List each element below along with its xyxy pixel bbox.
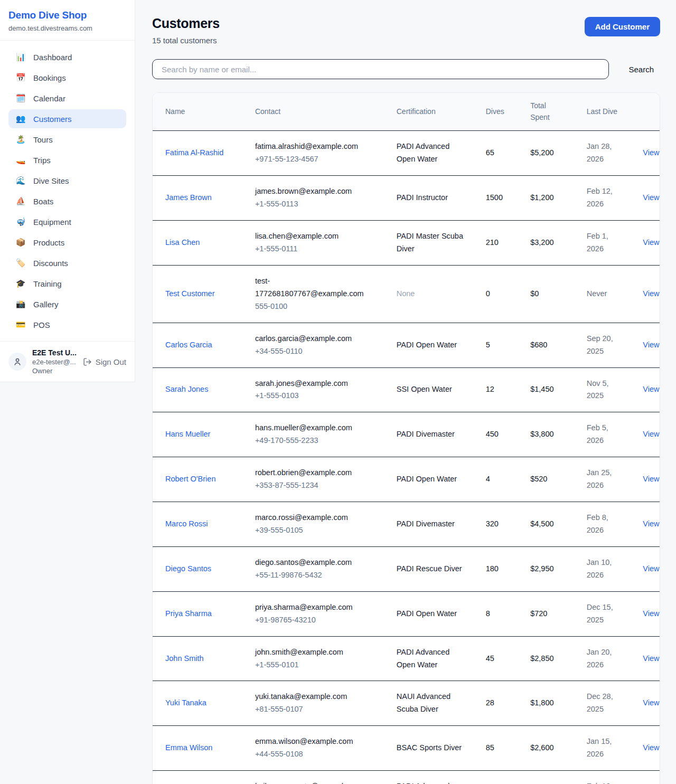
- sidebar-item-bookings[interactable]: 📅 Bookings: [8, 68, 126, 87]
- equipment-icon: 🤿: [15, 217, 26, 226]
- sidebar-item-dive-sites[interactable]: 🌊 Dive Sites: [8, 171, 126, 190]
- customer-dives: 45: [486, 654, 494, 663]
- view-link[interactable]: View: [643, 654, 659, 663]
- search-button[interactable]: Search: [622, 61, 660, 78]
- dive-sites-icon: 🌊: [15, 176, 26, 185]
- customer-dives: 5: [486, 341, 490, 349]
- view-link[interactable]: View: [643, 148, 659, 157]
- customers-table-body: Fatima Al-Rashid fatima.alrashid@example…: [153, 131, 660, 784]
- sidebar-item-dashboard[interactable]: 📊 Dashboard: [8, 48, 126, 67]
- customer-last-dive: Jan 20, 2026: [587, 648, 612, 669]
- view-link[interactable]: View: [643, 341, 659, 349]
- user-email: e2e-tester@...: [32, 358, 77, 366]
- table-row: Priya Sharma priya.sharma@example.com +9…: [153, 591, 660, 636]
- customer-name-link[interactable]: Lisa Chen: [165, 238, 200, 247]
- customer-last-dive: Feb 8, 2026: [587, 513, 608, 534]
- table-row: James Brown james.brown@example.com +1-5…: [153, 176, 660, 221]
- customer-phone: +971-55-123-4567: [255, 153, 377, 166]
- page-title: Customers: [152, 16, 220, 31]
- customers-icon: 👥: [15, 114, 26, 124]
- customer-name-link[interactable]: Carlos Garcia: [165, 341, 212, 349]
- customer-email: john.smith@example.com: [255, 646, 377, 659]
- view-link[interactable]: View: [643, 743, 659, 752]
- customer-last-dive: Nov 5, 2025: [587, 379, 609, 400]
- customer-phone: +353-87-555-1234: [255, 479, 377, 492]
- customer-dives: 180: [486, 564, 499, 573]
- sign-out-label: Sign Out: [96, 357, 126, 366]
- user-name: E2E Test U...: [32, 348, 77, 357]
- col-header-name: Name: [153, 93, 242, 131]
- customer-name-link[interactable]: Hans Mueller: [165, 430, 210, 438]
- table-header: Name Contact Certification Dives Total S…: [153, 93, 660, 131]
- sidebar-item-training[interactable]: 🎓 Training: [8, 274, 126, 293]
- add-customer-button[interactable]: Add Customer: [585, 17, 660, 36]
- customer-phone: +34-555-0110: [255, 345, 377, 358]
- view-link[interactable]: View: [643, 564, 659, 573]
- view-link[interactable]: View: [643, 519, 659, 528]
- sidebar-item-pos[interactable]: 💳 POS: [8, 315, 126, 334]
- view-link[interactable]: View: [643, 289, 659, 298]
- sidebar-item-products[interactable]: 📦 Products: [8, 233, 126, 252]
- customer-certification: SSI Open Water: [397, 385, 452, 393]
- customer-last-dive: Jan 10, 2026: [587, 558, 612, 579]
- view-link[interactable]: View: [643, 475, 659, 483]
- customer-certification: PADI Advanced Open Water: [397, 142, 450, 163]
- sidebar-item-gallery[interactable]: 📸 Gallery: [8, 295, 126, 314]
- customer-phone: +55-11-99876-5432: [255, 569, 377, 582]
- view-link[interactable]: View: [643, 698, 659, 707]
- view-link[interactable]: View: [643, 193, 659, 202]
- customer-certification: BSAC Sports Diver: [397, 743, 462, 752]
- customer-phone: +1-555-0103: [255, 390, 377, 402]
- customer-total-spent: $3,200: [530, 238, 553, 247]
- customer-name-link[interactable]: Fatima Al-Rashid: [165, 148, 223, 157]
- sidebar-item-label: Tours: [33, 135, 53, 144]
- customer-name-link[interactable]: John Smith: [165, 654, 204, 663]
- sidebar-item-label: Bookings: [33, 73, 66, 82]
- view-link[interactable]: View: [643, 609, 659, 618]
- customer-name-link[interactable]: Diego Santos: [165, 564, 211, 573]
- customer-phone: +91-98765-43210: [255, 614, 377, 627]
- customer-total-spent: $4,500: [530, 519, 553, 528]
- customer-total-spent: $3,800: [530, 430, 553, 438]
- customer-dives: 450: [486, 430, 499, 438]
- customer-dives: 320: [486, 519, 499, 528]
- customer-total-spent: $0: [530, 289, 539, 298]
- sidebar-item-trips[interactable]: 🚤 Trips: [8, 150, 126, 169]
- customer-name-link[interactable]: Priya Sharma: [165, 609, 212, 618]
- col-header-contact: Contact: [242, 93, 384, 131]
- customer-name-link[interactable]: Emma Wilson: [165, 743, 212, 752]
- table-row: Diego Santos diego.santos@example.com +5…: [153, 546, 660, 591]
- customer-name-link[interactable]: Yuki Tanaka: [165, 698, 206, 707]
- sidebar-item-equipment[interactable]: 🤿 Equipment: [8, 212, 126, 231]
- customer-name-link[interactable]: Sarah Jones: [165, 385, 208, 393]
- customer-phone: +1-555-0113: [255, 198, 377, 211]
- customer-certification: PADI Advanced Open Water: [397, 782, 450, 784]
- customer-total-spent: $5,200: [530, 148, 553, 157]
- customer-email: james.brown@example.com: [255, 185, 377, 198]
- customer-dives: 210: [486, 238, 499, 247]
- customer-email: lisa.chen@example.com: [255, 230, 377, 243]
- customer-name-link[interactable]: Marco Rossi: [165, 519, 208, 528]
- search-input[interactable]: [152, 59, 609, 79]
- view-link[interactable]: View: [643, 385, 659, 393]
- sidebar-item-label: Boats: [33, 197, 53, 206]
- sidebar-item-boats[interactable]: ⛵ Boats: [8, 192, 126, 211]
- customer-last-dive: Jan 28, 2026: [587, 142, 612, 163]
- customer-name-link[interactable]: Robert O'Brien: [165, 475, 215, 483]
- sidebar-item-tours[interactable]: 🏝️ Tours: [8, 130, 126, 149]
- customer-dives: 85: [486, 743, 494, 752]
- customer-email: diego.santos@example.com: [255, 556, 377, 569]
- sign-out-button[interactable]: Sign Out: [83, 357, 126, 366]
- customer-name-link[interactable]: Test Customer: [165, 289, 214, 298]
- customer-name-link[interactable]: James Brown: [165, 193, 212, 202]
- sidebar-item-discounts[interactable]: 🏷️ Discounts: [8, 253, 126, 272]
- view-link[interactable]: View: [643, 430, 659, 438]
- customer-total-spent: $2,950: [530, 564, 553, 573]
- table-row: Marco Rossi marco.rossi@example.com +39-…: [153, 502, 660, 547]
- sidebar-item-label: Gallery: [33, 300, 59, 309]
- customer-dives: 1500: [486, 193, 503, 202]
- sidebar-item-customers[interactable]: 👥 Customers: [8, 109, 126, 128]
- view-link[interactable]: View: [643, 238, 659, 247]
- sidebar-item-label: POS: [33, 320, 50, 329]
- sidebar-item-calendar[interactable]: 🗓️ Calendar: [8, 89, 126, 108]
